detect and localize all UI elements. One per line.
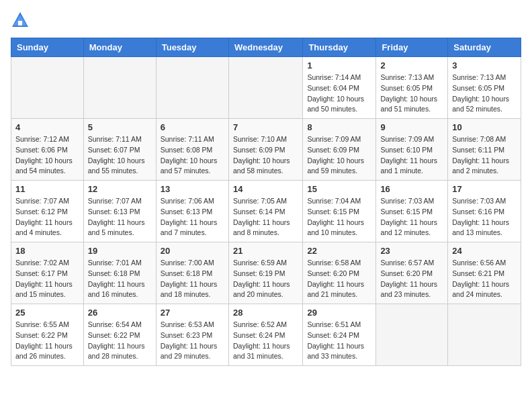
calendar-day-cell: 26Sunrise: 6:54 AM Sunset: 6:22 PM Dayli… [83,304,156,366]
day-number: 13 [161,184,224,194]
day-detail: Sunrise: 7:08 AM Sunset: 6:11 PM Dayligh… [452,134,517,177]
day-number: 21 [233,246,298,256]
calendar-day-cell: 16Sunrise: 7:03 AM Sunset: 6:15 PM Dayli… [376,181,448,242]
calendar-day-cell: 3Sunrise: 7:13 AM Sunset: 6:05 PM Daylig… [448,57,521,119]
calendar-day-cell: 27Sunrise: 6:53 AM Sunset: 6:23 PM Dayli… [156,304,228,366]
calendar-day-cell: 29Sunrise: 6:51 AM Sunset: 6:24 PM Dayli… [303,304,376,366]
calendar-day-cell: 28Sunrise: 6:52 AM Sunset: 6:24 PM Dayli… [228,304,302,366]
logo [11,11,31,30]
calendar-week-row: 1Sunrise: 7:14 AM Sunset: 6:04 PM Daylig… [11,57,521,119]
calendar-day-cell: 6Sunrise: 7:11 AM Sunset: 6:08 PM Daylig… [156,119,228,181]
day-number: 15 [307,184,371,194]
calendar-day-cell [376,304,448,366]
calendar-day-cell [11,57,84,119]
calendar-weekday-header: Sunday [11,38,84,57]
day-detail: Sunrise: 6:55 AM Sunset: 6:22 PM Dayligh… [15,320,79,362]
day-detail: Sunrise: 6:58 AM Sunset: 6:20 PM Dayligh… [307,258,371,300]
calendar-day-cell [156,57,228,119]
day-detail: Sunrise: 7:03 AM Sunset: 6:15 PM Dayligh… [380,196,443,238]
day-detail: Sunrise: 7:14 AM Sunset: 6:04 PM Dayligh… [307,73,371,115]
calendar-table: SundayMondayTuesdayWednesdayThursdayFrid… [11,38,521,366]
calendar-day-cell [448,304,521,366]
day-number: 11 [15,184,79,194]
calendar-day-cell: 4Sunrise: 7:12 AM Sunset: 6:06 PM Daylig… [11,119,84,181]
calendar-week-row: 4Sunrise: 7:12 AM Sunset: 6:06 PM Daylig… [11,119,521,181]
day-number: 27 [161,308,224,318]
day-detail: Sunrise: 7:07 AM Sunset: 6:12 PM Dayligh… [15,196,79,238]
day-detail: Sunrise: 7:10 AM Sunset: 6:09 PM Dayligh… [233,134,298,177]
day-detail: Sunrise: 7:12 AM Sunset: 6:06 PM Dayligh… [15,134,79,177]
day-detail: Sunrise: 7:07 AM Sunset: 6:13 PM Dayligh… [88,196,152,238]
calendar-day-cell: 9Sunrise: 7:09 AM Sunset: 6:10 PM Daylig… [376,119,448,181]
calendar-day-cell: 25Sunrise: 6:55 AM Sunset: 6:22 PM Dayli… [11,304,84,366]
calendar-day-cell: 8Sunrise: 7:09 AM Sunset: 6:09 PM Daylig… [303,119,376,181]
calendar-day-cell: 17Sunrise: 7:03 AM Sunset: 6:16 PM Dayli… [448,181,521,242]
day-number: 20 [161,246,224,256]
day-detail: Sunrise: 7:01 AM Sunset: 6:18 PM Dayligh… [88,258,152,300]
page-header [11,11,521,30]
calendar-day-cell: 22Sunrise: 6:58 AM Sunset: 6:20 PM Dayli… [303,242,376,304]
day-number: 2 [380,60,443,71]
day-number: 12 [88,184,152,194]
calendar-day-cell: 15Sunrise: 7:04 AM Sunset: 6:15 PM Dayli… [303,181,376,242]
calendar-day-cell: 18Sunrise: 7:02 AM Sunset: 6:17 PM Dayli… [11,242,84,304]
calendar-day-cell: 2Sunrise: 7:13 AM Sunset: 6:05 PM Daylig… [376,57,448,119]
day-number: 22 [307,246,371,256]
day-detail: Sunrise: 7:09 AM Sunset: 6:10 PM Dayligh… [380,134,443,177]
day-detail: Sunrise: 6:59 AM Sunset: 6:19 PM Dayligh… [233,258,298,300]
day-detail: Sunrise: 7:13 AM Sunset: 6:05 PM Dayligh… [380,73,443,115]
calendar-weekday-header: Thursday [303,38,376,57]
day-number: 6 [161,122,224,132]
calendar-weekday-header: Friday [376,38,448,57]
day-number: 29 [307,308,371,318]
calendar-day-cell: 19Sunrise: 7:01 AM Sunset: 6:18 PM Dayli… [83,242,156,304]
calendar-weekday-header: Tuesday [156,38,228,57]
calendar-weekday-header: Monday [83,38,156,57]
day-detail: Sunrise: 6:56 AM Sunset: 6:21 PM Dayligh… [452,258,517,300]
day-number: 9 [380,122,443,132]
day-number: 10 [452,122,517,132]
day-number: 16 [380,184,443,194]
day-detail: Sunrise: 7:09 AM Sunset: 6:09 PM Dayligh… [307,134,371,177]
calendar-day-cell: 24Sunrise: 6:56 AM Sunset: 6:21 PM Dayli… [448,242,521,304]
day-number: 8 [307,122,371,132]
day-number: 18 [15,246,79,256]
logo-icon [11,11,30,30]
day-number: 19 [88,246,152,256]
day-detail: Sunrise: 7:02 AM Sunset: 6:17 PM Dayligh… [15,258,79,300]
day-detail: Sunrise: 7:05 AM Sunset: 6:14 PM Dayligh… [233,196,298,238]
day-detail: Sunrise: 6:57 AM Sunset: 6:20 PM Dayligh… [380,258,443,300]
day-number: 1 [307,60,371,71]
day-detail: Sunrise: 6:52 AM Sunset: 6:24 PM Dayligh… [233,320,298,362]
calendar-day-cell: 5Sunrise: 7:11 AM Sunset: 6:07 PM Daylig… [83,119,156,181]
day-detail: Sunrise: 7:00 AM Sunset: 6:18 PM Dayligh… [161,258,224,300]
calendar-week-row: 11Sunrise: 7:07 AM Sunset: 6:12 PM Dayli… [11,181,521,242]
day-number: 24 [452,246,517,256]
day-detail: Sunrise: 7:06 AM Sunset: 6:13 PM Dayligh… [161,196,224,238]
day-number: 17 [452,184,517,194]
day-detail: Sunrise: 6:53 AM Sunset: 6:23 PM Dayligh… [161,320,224,362]
calendar-day-cell: 11Sunrise: 7:07 AM Sunset: 6:12 PM Dayli… [11,181,84,242]
day-detail: Sunrise: 7:13 AM Sunset: 6:05 PM Dayligh… [452,73,517,115]
calendar-week-row: 18Sunrise: 7:02 AM Sunset: 6:17 PM Dayli… [11,242,521,304]
calendar-day-cell: 7Sunrise: 7:10 AM Sunset: 6:09 PM Daylig… [228,119,302,181]
day-detail: Sunrise: 6:51 AM Sunset: 6:24 PM Dayligh… [307,320,371,362]
day-detail: Sunrise: 7:03 AM Sunset: 6:16 PM Dayligh… [452,196,517,238]
day-detail: Sunrise: 6:54 AM Sunset: 6:22 PM Dayligh… [88,320,152,362]
calendar-header-row: SundayMondayTuesdayWednesdayThursdayFrid… [11,38,521,57]
calendar-weekday-header: Wednesday [228,38,302,57]
calendar-day-cell [83,57,156,119]
day-number: 28 [233,308,298,318]
day-number: 3 [452,60,517,71]
calendar-day-cell: 23Sunrise: 6:57 AM Sunset: 6:20 PM Dayli… [376,242,448,304]
day-detail: Sunrise: 7:11 AM Sunset: 6:07 PM Dayligh… [88,134,152,177]
calendar-day-cell: 1Sunrise: 7:14 AM Sunset: 6:04 PM Daylig… [303,57,376,119]
calendar-day-cell: 13Sunrise: 7:06 AM Sunset: 6:13 PM Dayli… [156,181,228,242]
calendar-day-cell: 12Sunrise: 7:07 AM Sunset: 6:13 PM Dayli… [83,181,156,242]
day-number: 25 [15,308,79,318]
day-number: 4 [15,122,79,132]
calendar-day-cell [228,57,302,119]
day-number: 26 [88,308,152,318]
calendar-day-cell: 20Sunrise: 7:00 AM Sunset: 6:18 PM Dayli… [156,242,228,304]
calendar-week-row: 25Sunrise: 6:55 AM Sunset: 6:22 PM Dayli… [11,304,521,366]
